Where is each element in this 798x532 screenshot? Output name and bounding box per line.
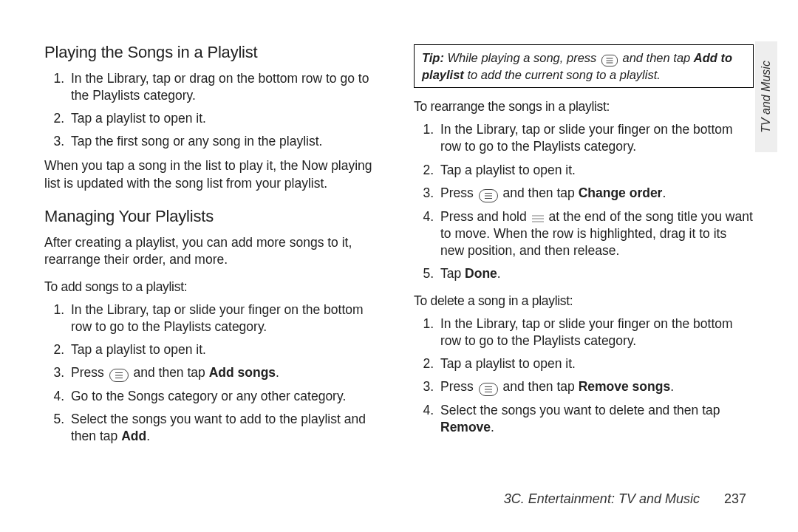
list-item: Go to the Songs category or any other ca…: [68, 388, 384, 405]
drag-handle-icon: [532, 215, 544, 222]
right-column: Tip: While playing a song, press and the…: [414, 41, 754, 532]
bold-text: Remove: [440, 420, 491, 434]
list-item: Tap a playlist to open it.: [437, 162, 754, 179]
list-item: In the Library, tap or slide your finger…: [437, 316, 754, 349]
text: Press and hold: [440, 209, 531, 224]
list-item: Tap Done.: [437, 265, 754, 282]
text: .: [491, 420, 494, 434]
bold-text: Remove songs: [579, 379, 670, 394]
list-item: Tap a playlist to open it.: [437, 355, 754, 372]
add-songs-steps: In the Library, tap or slide your finger…: [44, 301, 384, 446]
heading-playing-songs: Playing the Songs in a Playlist: [44, 41, 384, 63]
paragraph-now-playing: When you tap a song in the list to play …: [44, 157, 384, 191]
bold-text: Add songs: [209, 365, 276, 380]
tip-box: Tip: While playing a song, press and the…: [414, 44, 754, 88]
paragraph-managing-intro: After creating a playlist, you can add m…: [44, 234, 384, 268]
list-item: Tap the first song or any song in the pl…: [68, 133, 384, 150]
list-item: Press and hold at the end of the song ti…: [437, 208, 754, 259]
text: and then tap: [130, 365, 209, 380]
list-item: Press and then tap Remove songs.: [437, 378, 754, 396]
list-item: Press and then tap Add songs.: [68, 364, 384, 382]
text: and then tap: [499, 185, 579, 200]
text: .: [146, 429, 150, 443]
list-item: Press and then tap Change order.: [437, 185, 754, 202]
heading-managing-playlists: Managing Your Playlists: [44, 205, 384, 227]
text: and then tap: [499, 379, 579, 394]
subhead-delete: To delete a song in a playlist:: [414, 293, 754, 310]
bold-text: Change order: [579, 185, 663, 200]
text: .: [497, 266, 501, 281]
menu-icon: [479, 189, 498, 202]
text: to add the current song to a playlist.: [464, 68, 661, 81]
text: Select the songs you want to delete and …: [440, 403, 720, 417]
subhead-add-songs: To add songs to a playlist:: [44, 279, 384, 296]
list-item: In the Library, tap or slide your finger…: [68, 301, 384, 335]
page-body: Playing the Songs in a Playlist In the L…: [0, 0, 798, 532]
side-tab-label: TV and Music: [760, 61, 773, 133]
delete-steps: In the Library, tap or slide your finger…: [414, 316, 754, 436]
footer-page-number: 237: [724, 491, 746, 506]
rearrange-steps: In the Library, tap or slide your finger…: [414, 121, 754, 282]
playing-songs-steps: In the Library, tap or drag on the botto…: [44, 70, 384, 150]
menu-icon: [479, 383, 498, 396]
bold-text: Done: [465, 266, 497, 281]
side-tab: TV and Music: [755, 41, 777, 152]
list-item: In the Library, tap or slide your finger…: [437, 121, 754, 155]
text: Tap: [440, 266, 465, 281]
left-column: Playing the Songs in a Playlist In the L…: [44, 41, 384, 532]
text: Press: [440, 379, 477, 394]
tip-label: Tip:: [422, 51, 444, 64]
menu-icon: [109, 369, 129, 382]
page-footer: 3C. Entertainment: TV and Music 237: [504, 491, 746, 507]
list-item: Select the songs you want to add to the …: [68, 411, 384, 445]
list-item: Select the songs you want to delete and …: [437, 402, 754, 436]
text: .: [276, 365, 279, 380]
text: While playing a song, press: [444, 51, 600, 64]
list-item: Tap a playlist to open it.: [68, 341, 384, 358]
text: .: [670, 379, 674, 394]
text: Select the songs you want to add to the …: [71, 412, 366, 443]
list-item: In the Library, tap or drag on the botto…: [68, 70, 384, 104]
menu-icon: [601, 55, 618, 66]
text: .: [662, 185, 666, 200]
text: Press: [71, 365, 108, 380]
text: Press: [440, 185, 477, 200]
bold-text: Add: [121, 429, 146, 443]
footer-chapter: 3C. Entertainment: TV and Music: [504, 491, 700, 506]
list-item: Tap a playlist to open it.: [68, 110, 384, 127]
subhead-rearrange: To rearrange the songs in a playlist:: [414, 98, 754, 115]
text: and then tap: [619, 51, 694, 64]
